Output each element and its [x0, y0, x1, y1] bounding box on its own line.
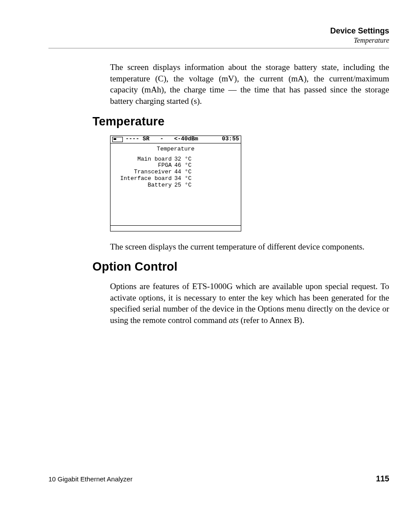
- screenshot-statusbar: ---- SR - <-40dBm 03:55: [111, 136, 241, 143]
- device-screenshot: ---- SR - <-40dBm 03:55 Temperature Main…: [110, 136, 241, 231]
- intro-paragraph-block: The screen displays information about th…: [110, 62, 389, 107]
- temp-label: Interface board: [118, 176, 173, 182]
- option-text-post: (refer to Annex B).: [239, 316, 304, 325]
- temp-label: Transceiver: [118, 169, 173, 176]
- header-section: Device Settings: [48, 26, 389, 36]
- temp-label: Main board: [118, 156, 173, 163]
- intro-paragraph: The screen displays information about th…: [110, 62, 389, 107]
- temperature-description: The screen displays the current temperat…: [110, 241, 389, 253]
- temp-row: FPGA 46 °C: [118, 162, 193, 169]
- temp-label: FPGA: [118, 162, 173, 169]
- status-signal: <-40dBm: [174, 136, 198, 143]
- temp-row: Interface board 34 °C: [118, 176, 193, 182]
- footer-page-number: 115: [376, 474, 389, 484]
- temp-row: Main board 32 °C: [118, 156, 193, 163]
- screenshot-body: Temperature Main board 32 °C FPGA 46 °C …: [111, 143, 241, 225]
- temp-value: 34 °C: [173, 176, 193, 182]
- screenshot-bottombar: [111, 225, 241, 231]
- battery-icon: [112, 137, 123, 142]
- header-rule: [48, 48, 389, 48]
- option-control-paragraph: Options are features of ETS-1000G which …: [110, 281, 389, 326]
- temperature-description-block: The screen displays the current temperat…: [110, 241, 389, 253]
- temperature-table: Main board 32 °C FPGA 46 °C Transceiver …: [118, 156, 193, 189]
- option-command: ats: [229, 316, 239, 325]
- temp-row: Transceiver 44 °C: [118, 169, 193, 176]
- status-time: 03:55: [222, 136, 239, 143]
- option-control-block: Options are features of ETS-1000G which …: [110, 281, 389, 326]
- running-header: Device Settings Temperature: [48, 26, 389, 44]
- screenshot-title: Temperature: [113, 146, 238, 153]
- status-left: ---- SR: [125, 136, 150, 143]
- temp-value: 46 °C: [173, 162, 193, 169]
- temp-value: 25 °C: [173, 182, 193, 189]
- heading-temperature: Temperature: [92, 115, 389, 128]
- header-subsection: Temperature: [48, 37, 389, 44]
- temp-value: 32 °C: [173, 156, 193, 163]
- page-footer: 10 Gigabit Ethernet Analyzer 115: [48, 474, 389, 484]
- status-mid: -: [160, 136, 164, 143]
- footer-product: 10 Gigabit Ethernet Analyzer: [48, 475, 133, 483]
- temp-label: Battery: [118, 182, 173, 189]
- temp-value: 44 °C: [173, 169, 193, 176]
- heading-option-control: Option Control: [92, 260, 389, 274]
- temp-row: Battery 25 °C: [118, 182, 193, 189]
